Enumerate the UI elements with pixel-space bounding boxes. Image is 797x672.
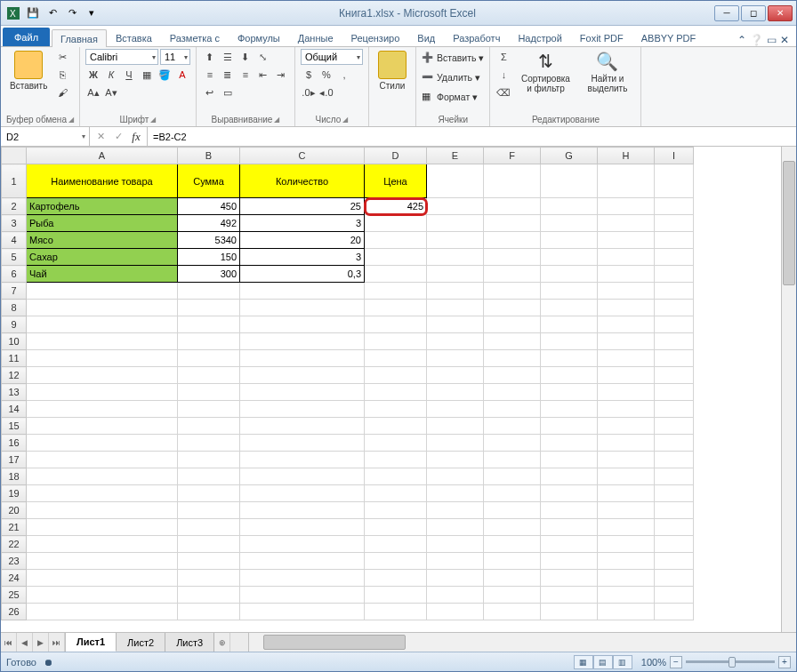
- cell[interactable]: [178, 418, 240, 435]
- worksheet[interactable]: ABCDEFGHI1Наименование товараСуммаКоличе…: [1, 147, 781, 632]
- row-header-13[interactable]: 13: [2, 384, 27, 401]
- cell[interactable]: [427, 604, 484, 620]
- maximize-button[interactable]: ◻: [741, 5, 766, 21]
- cell[interactable]: [484, 249, 541, 266]
- cell[interactable]: [541, 604, 598, 620]
- cell[interactable]: [598, 553, 655, 570]
- cell[interactable]: [655, 570, 694, 587]
- cell[interactable]: [365, 468, 427, 485]
- col-header-G[interactable]: G: [541, 148, 598, 164]
- tab-abbyy pdf[interactable]: ABBYY PDF: [632, 28, 705, 46]
- name-box[interactable]: D2: [1, 127, 90, 146]
- qat-more-icon[interactable]: ▾: [83, 4, 101, 22]
- cell[interactable]: [655, 418, 694, 435]
- cell[interactable]: [427, 384, 484, 401]
- cell[interactable]: [598, 418, 655, 435]
- cell[interactable]: [240, 468, 365, 485]
- col-header-D[interactable]: D: [365, 148, 427, 164]
- vscroll-thumb[interactable]: [783, 161, 795, 285]
- row-header-10[interactable]: 10: [2, 333, 27, 350]
- cell[interactable]: [541, 350, 598, 367]
- horizontal-scrollbar[interactable]: [248, 633, 796, 652]
- sheet-tab-лист1[interactable]: Лист1: [66, 633, 117, 652]
- cell[interactable]: [655, 519, 694, 536]
- cell[interactable]: [240, 367, 365, 384]
- cell[interactable]: [484, 587, 541, 604]
- cell[interactable]: [427, 333, 484, 350]
- cell[interactable]: [27, 418, 178, 435]
- cell[interactable]: [484, 384, 541, 401]
- cell[interactable]: [655, 300, 694, 316]
- cell[interactable]: [27, 350, 178, 367]
- cell[interactable]: [178, 553, 240, 570]
- select-all-corner[interactable]: [2, 148, 27, 164]
- cell[interactable]: [484, 519, 541, 536]
- cell[interactable]: Картофель: [27, 198, 178, 215]
- find-select-button[interactable]: 🔍 Найти и выделить: [579, 49, 635, 95]
- header-cell[interactable]: Наименование товара: [27, 164, 178, 198]
- cell[interactable]: [541, 536, 598, 553]
- cell[interactable]: [598, 536, 655, 553]
- cell[interactable]: [655, 215, 694, 232]
- view-normal-button[interactable]: ▦: [574, 655, 593, 669]
- cell[interactable]: [427, 215, 484, 232]
- header-cell[interactable]: Сумма: [178, 164, 240, 198]
- currency-button[interactable]: $: [301, 67, 317, 83]
- cell[interactable]: [178, 570, 240, 587]
- cell[interactable]: [541, 502, 598, 519]
- row-header-21[interactable]: 21: [2, 519, 27, 536]
- row-header-23[interactable]: 23: [2, 553, 27, 570]
- formula-input[interactable]: =B2-C2: [148, 127, 796, 146]
- cell[interactable]: [598, 401, 655, 418]
- cell[interactable]: [240, 333, 365, 350]
- cell[interactable]: [598, 283, 655, 300]
- align-left-button[interactable]: ≡: [202, 67, 218, 83]
- cell[interactable]: [27, 367, 178, 384]
- cell[interactable]: [655, 249, 694, 266]
- cell[interactable]: [541, 401, 598, 418]
- inc-decimal-button[interactable]: .0▸: [301, 84, 317, 100]
- cell[interactable]: [484, 232, 541, 249]
- cell[interactable]: [598, 485, 655, 502]
- cell[interactable]: [655, 553, 694, 570]
- cell[interactable]: [27, 587, 178, 604]
- cell[interactable]: [240, 502, 365, 519]
- row-header-14[interactable]: 14: [2, 401, 27, 418]
- cell[interactable]: [27, 283, 178, 300]
- cell[interactable]: [484, 283, 541, 300]
- cell[interactable]: 25: [240, 198, 365, 215]
- grow-font-button[interactable]: A▴: [85, 84, 101, 100]
- tab-данные[interactable]: Данные: [289, 28, 342, 46]
- cell[interactable]: [178, 485, 240, 502]
- tab-вставка[interactable]: Вставка: [107, 28, 161, 46]
- cell[interactable]: [541, 300, 598, 316]
- cell[interactable]: [541, 232, 598, 249]
- cell[interactable]: Сахар: [27, 249, 178, 266]
- header-cell[interactable]: Количество: [240, 164, 365, 198]
- fill-color-button[interactable]: 🪣: [157, 67, 173, 83]
- align-top-button[interactable]: ⬆: [202, 49, 218, 65]
- tab-prev-button[interactable]: ◀: [17, 633, 33, 652]
- tab-формулы[interactable]: Формулы: [229, 28, 289, 46]
- cell[interactable]: [598, 502, 655, 519]
- cell[interactable]: [365, 536, 427, 553]
- zoom-slider[interactable]: [686, 660, 775, 663]
- undo-icon[interactable]: ↶: [44, 4, 61, 22]
- sheet-tab-лист3[interactable]: Лист3: [165, 633, 214, 652]
- cell[interactable]: [484, 553, 541, 570]
- percent-button[interactable]: %: [318, 67, 334, 83]
- cell[interactable]: [427, 316, 484, 333]
- row-header-5[interactable]: 5: [2, 249, 27, 266]
- cell[interactable]: [365, 519, 427, 536]
- cell[interactable]: [178, 401, 240, 418]
- cell[interactable]: [655, 452, 694, 468]
- cell[interactable]: [484, 570, 541, 587]
- row-header-9[interactable]: 9: [2, 316, 27, 333]
- cell[interactable]: [427, 536, 484, 553]
- cut-icon[interactable]: ✂: [54, 49, 70, 65]
- cell[interactable]: [655, 536, 694, 553]
- col-header-C[interactable]: C: [240, 148, 365, 164]
- cell[interactable]: [598, 333, 655, 350]
- cell[interactable]: [365, 452, 427, 468]
- cell[interactable]: [484, 604, 541, 620]
